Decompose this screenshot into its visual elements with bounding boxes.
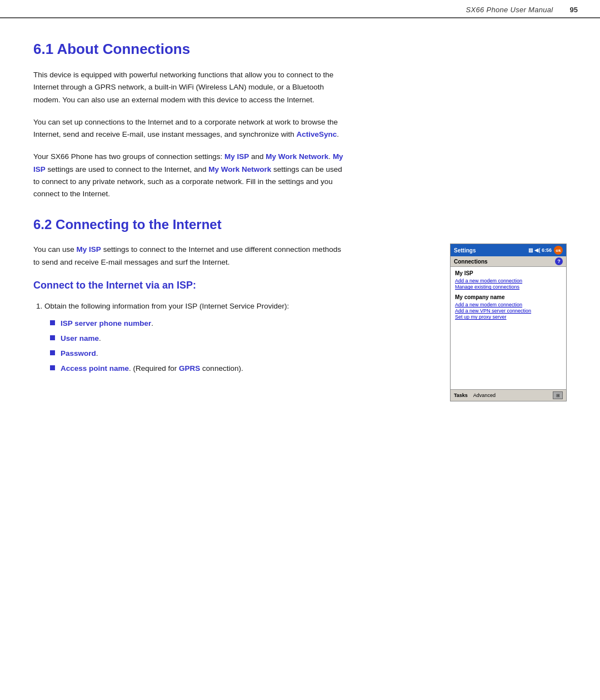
section-6-1-para3: Your SX66 Phone has two groups of connec… <box>33 151 344 200</box>
phone-footer: Tasks Advanced ⊞ <box>451 389 566 401</box>
phone-my-company-label: My company name <box>455 294 562 300</box>
bullet-user-name: User name. <box>50 333 428 345</box>
bullet-password: Password. <box>50 348 428 360</box>
bullet-isp-phone: ISP server phone number. <box>50 318 428 330</box>
bullet-icon-4 <box>50 365 55 370</box>
phone-signal-icon: ▥ ◀( 6:56 <box>528 247 552 253</box>
connecting-layout: You can use My ISP settings to connect t… <box>33 244 567 401</box>
gprs-link[interactable]: GPRS <box>179 364 200 373</box>
main-content: 6.1 About Connections This device is equ… <box>0 18 600 424</box>
phone-help-icon[interactable]: ? <box>555 257 563 265</box>
username-link[interactable]: User name <box>61 334 99 342</box>
bullet-icon-1 <box>50 320 55 325</box>
page-number: 95 <box>570 6 578 14</box>
phone-status-bar: ▥ ◀( 6:56 ok <box>528 246 563 255</box>
section-6-2-para1: You can use My ISP settings to connect t… <box>33 244 344 269</box>
my-work-network-link-2[interactable]: My Work Network <box>208 165 271 173</box>
section-6-1-para2: You can set up connections to the Intern… <box>33 116 344 141</box>
section-6-1-para1: This device is equipped with powerful ne… <box>33 69 344 106</box>
phone-app-title: Settings <box>454 247 476 254</box>
my-work-network-link-1[interactable]: My Work Network <box>266 152 328 161</box>
phone-my-isp-label: My ISP <box>455 270 562 276</box>
phone-add-modem[interactable]: Add a new modem connection <box>455 278 562 284</box>
bullet-list: ISP server phone number. User name. Pass… <box>44 318 428 375</box>
phone-footer-button[interactable]: ⊞ <box>553 391 563 399</box>
manual-title: SX66 Phone User Manual <box>466 6 553 14</box>
phone-footer-tasks[interactable]: Tasks <box>454 393 468 398</box>
bullet-icon-2 <box>50 335 55 340</box>
my-isp-link-3[interactable]: My ISP <box>77 245 101 254</box>
phone-manage-connections[interactable]: Manage existing connections <box>455 284 562 290</box>
phone-add-vpn[interactable]: Add a new VPN server connection <box>455 308 562 314</box>
phone-footer-advanced[interactable]: Advanced <box>473 393 496 398</box>
page-header: SX66 Phone User Manual 95 <box>0 0 600 18</box>
phone-ok-button[interactable]: ok <box>554 246 563 255</box>
section-6-1-title: 6.1 About Connections <box>33 41 567 58</box>
connecting-text-column: You can use My ISP settings to connect t… <box>33 244 428 381</box>
isp-phone-link[interactable]: ISP server phone number <box>61 319 151 327</box>
phone-tab-connections: Connections <box>454 259 488 265</box>
my-isp-link-1[interactable]: My ISP <box>224 152 249 161</box>
isp-steps-list: Obtain the following information from yo… <box>33 300 428 375</box>
bullet-icon-3 <box>50 350 55 355</box>
step-1: Obtain the following information from yo… <box>44 300 428 375</box>
phone-screenshot: Settings ▥ ◀( 6:56 ok Connections ? My I… <box>450 244 567 401</box>
phone-tab-bar: Connections ? <box>451 256 566 267</box>
subsection-isp-title: Connect to the Internet via an ISP: <box>33 280 428 291</box>
phone-footer-icon: ⊞ <box>556 393 560 398</box>
phone-company-section: My company name Add a new modem connecti… <box>455 294 562 320</box>
phone-proxy[interactable]: Set up my proxy server <box>455 314 562 320</box>
bullet-access-point: Access point name. (Required for GPRS co… <box>50 363 428 375</box>
activesync-link[interactable]: ActiveSync <box>297 130 337 138</box>
password-link[interactable]: Password <box>61 349 96 358</box>
access-point-link[interactable]: Access point name <box>61 364 129 373</box>
phone-add-modem-company[interactable]: Add a new modem connection <box>455 302 562 307</box>
section-6-2-title: 6.2 Connecting to the Internet <box>33 217 567 232</box>
phone-header: Settings ▥ ◀( 6:56 ok <box>451 244 566 256</box>
phone-body: My ISP Add a new modem connection Manage… <box>451 267 566 389</box>
